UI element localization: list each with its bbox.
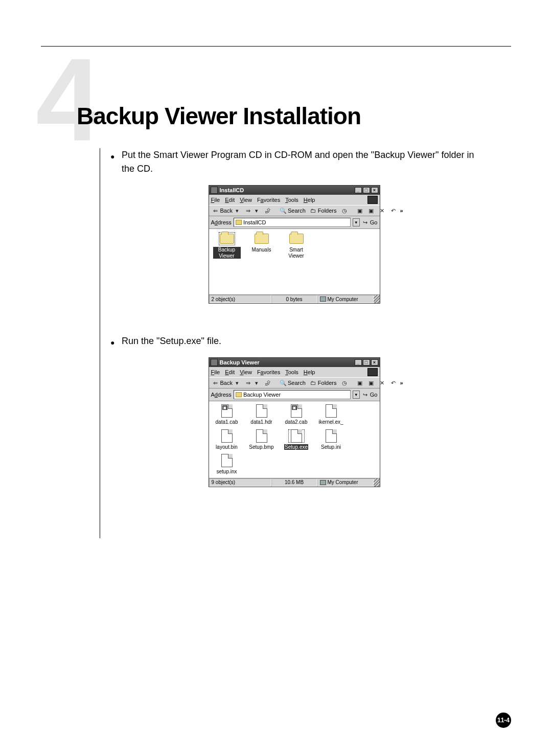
toolbar: ⇐Back▾ ⇒▾ ⮵ 🔍Search 🗀Folders ◷ ▣ ▣ ✕ ↶ » <box>209 377 380 388</box>
address-input[interactable]: InstallCD <box>234 218 351 227</box>
item-label: Backup Viewer <box>213 247 241 259</box>
search-icon: 🔍 <box>280 207 287 214</box>
delete-button[interactable]: ✕ <box>378 207 387 214</box>
window-title-icon <box>211 359 218 366</box>
menu-file[interactable]: File <box>211 369 220 375</box>
folder-item-backup-viewer[interactable]: Backup Viewer <box>213 232 241 259</box>
file-item-setup-inx[interactable]: setup.inx <box>213 454 241 475</box>
minimize-button[interactable]: _ <box>355 359 362 365</box>
minimize-button[interactable]: _ <box>355 187 362 193</box>
bullet-dot-icon <box>110 334 122 348</box>
toolbar-overflow-button[interactable]: » <box>400 208 403 214</box>
menu-file[interactable]: FFileile <box>211 197 220 203</box>
history-icon: ◷ <box>341 379 348 386</box>
menu-tools[interactable]: Tools <box>285 369 298 375</box>
undo-icon: ↶ <box>390 379 397 386</box>
file-item-ikernel-ex[interactable]: ikernel.ex_ <box>317 404 345 425</box>
history-button[interactable]: ◷ <box>340 207 349 214</box>
status-location: My Computer <box>317 478 374 487</box>
address-value: InstallCD <box>243 219 266 225</box>
generic-file-icon <box>221 429 233 443</box>
file-list-area[interactable]: ▣ data1.cab data1.hdr ▣ data2.cab ikerne… <box>209 401 380 478</box>
folders-button[interactable]: 🗀Folders <box>309 207 338 214</box>
menu-view[interactable]: View <box>240 369 252 375</box>
menu-edit[interactable]: Edit <box>225 369 235 375</box>
toolbar-overflow-button[interactable]: » <box>400 380 403 386</box>
folder-item-manuals[interactable]: Manuals <box>248 232 275 259</box>
chevron-down-icon: ▾ <box>234 207 241 214</box>
status-size: 10.6 MB <box>271 478 317 487</box>
address-input[interactable]: Backup Viewer <box>234 390 351 399</box>
maximize-button[interactable]: □ <box>363 359 370 365</box>
close-button[interactable]: × <box>371 187 378 193</box>
resize-grip-icon[interactable] <box>374 295 380 303</box>
forward-button[interactable]: ⇒▾ <box>244 207 261 214</box>
chapter-title: Backup Viewer Installation <box>77 102 361 130</box>
address-value: Backup Viewer <box>243 392 281 398</box>
undo-button[interactable]: ↶ <box>389 379 398 386</box>
search-button[interactable]: 🔍Search <box>279 207 307 214</box>
go-button[interactable]: ↪Go <box>362 391 378 398</box>
window-title-icon <box>211 187 218 194</box>
copy-to-icon: ▣ <box>367 207 375 214</box>
file-item-setup-bmp[interactable]: Setup.bmp <box>248 429 275 450</box>
copy-to-button[interactable]: ▣ <box>366 207 376 214</box>
folder-item-smart-viewer[interactable]: Smart Viewer <box>283 232 310 259</box>
menu-edit[interactable]: Edit <box>225 197 235 203</box>
file-item-layout-bin[interactable]: layout.bin <box>213 429 241 450</box>
up-button[interactable]: ⮵ <box>263 379 272 386</box>
item-label: data1.hdr <box>250 419 272 425</box>
title-bar: Backup Viewer _ □ × <box>209 358 380 367</box>
file-item-data1-cab[interactable]: ▣ data1.cab <box>213 404 241 425</box>
copy-to-icon: ▣ <box>367 379 375 386</box>
up-button[interactable]: ⮵ <box>263 207 272 214</box>
file-list-area[interactable]: Backup Viewer Manuals Smart Viewer <box>209 229 380 294</box>
file-item-setup-ini[interactable]: Setup.ini <box>317 429 345 450</box>
window-title: Backup Viewer <box>220 359 354 365</box>
menu-favorites[interactable]: Favorites <box>257 197 280 203</box>
folder-icon <box>289 234 304 244</box>
menu-tools[interactable]: Tools <box>285 197 298 203</box>
folder-icon <box>220 234 234 244</box>
windows-logo-icon <box>367 368 378 376</box>
menu-favorites[interactable]: Favorites <box>257 369 280 375</box>
menu-help[interactable]: Help <box>304 197 315 203</box>
close-button[interactable]: × <box>371 359 378 365</box>
back-arrow-icon: ⇐ <box>212 379 219 386</box>
go-button[interactable]: ↪Go <box>362 219 378 226</box>
top-rule <box>41 46 511 47</box>
forward-button[interactable]: ⇒▾ <box>244 379 261 386</box>
back-button[interactable]: ⇐Back▾ <box>211 207 242 214</box>
resize-grip-icon[interactable] <box>374 478 380 487</box>
address-dropdown-button[interactable]: ▼ <box>353 391 360 399</box>
back-button[interactable]: ⇐Back▾ <box>211 379 242 386</box>
menu-bar: FFileile Edit View Favorites Tools Help <box>209 195 380 205</box>
move-to-icon: ▣ <box>356 207 363 214</box>
bullet-text: Put the Smart Viewer Program CD in CD-RO… <box>122 148 478 176</box>
bullet-dot-icon <box>110 148 122 176</box>
address-dropdown-button[interactable]: ▼ <box>353 218 360 226</box>
undo-button[interactable]: ↶ <box>389 207 398 214</box>
bullet-text: Run the "Setup.exe" file. <box>122 334 478 348</box>
menu-view[interactable]: View <box>240 197 252 203</box>
delete-button[interactable]: ✕ <box>378 379 387 386</box>
move-to-button[interactable]: ▣ <box>355 379 364 386</box>
copy-to-button[interactable]: ▣ <box>366 379 376 386</box>
status-location: My Computer <box>317 295 374 303</box>
maximize-button[interactable]: □ <box>363 187 370 193</box>
search-button[interactable]: 🔍Search <box>279 379 307 386</box>
file-item-setup-exe[interactable]: Setup.exe <box>283 429 310 450</box>
folder-icon <box>236 392 242 397</box>
item-label: data1.cab <box>216 419 238 425</box>
history-button[interactable]: ◷ <box>340 379 349 386</box>
menu-help[interactable]: Help <box>304 369 315 375</box>
file-item-data2-cab[interactable]: ▣ data2.cab <box>283 404 310 425</box>
move-to-button[interactable]: ▣ <box>355 207 364 214</box>
file-item-data1-hdr[interactable]: data1.hdr <box>248 404 275 425</box>
address-bar: Address InstallCD ▼ ↪Go <box>209 216 380 229</box>
title-bar: InstallCD _ □ × <box>209 186 380 195</box>
my-computer-icon <box>320 296 326 302</box>
windows-logo-icon <box>367 196 378 204</box>
window-title: InstallCD <box>220 187 354 193</box>
folders-button[interactable]: 🗀Folders <box>309 379 338 386</box>
